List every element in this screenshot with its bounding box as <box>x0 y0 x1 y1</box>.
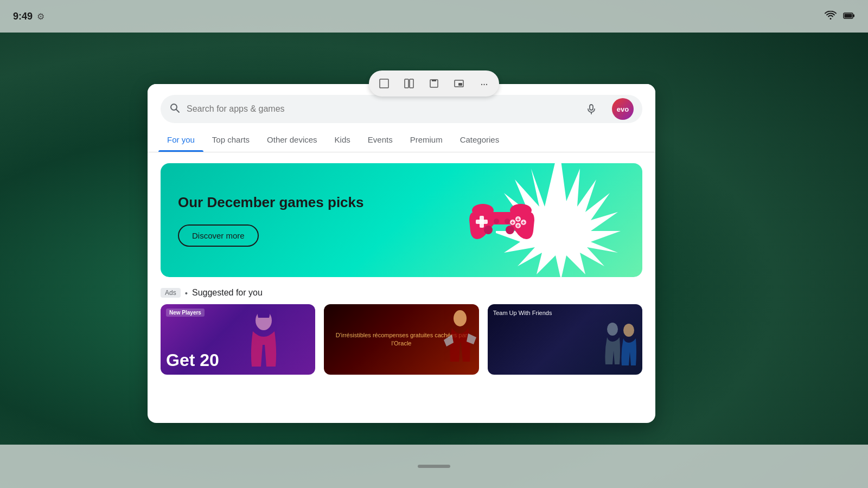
svg-point-33 <box>607 323 618 336</box>
svg-point-16 <box>510 204 532 217</box>
svg-point-28 <box>505 219 510 224</box>
window-chrome: ··· <box>369 70 499 97</box>
status-bar: 9:49 ⚙ <box>0 0 868 33</box>
taskbar <box>0 445 868 488</box>
tab-events[interactable]: Events <box>359 127 401 152</box>
svg-rect-1 <box>853 15 854 17</box>
tab-categories[interactable]: Categories <box>451 127 508 152</box>
new-players-badge: New Players <box>166 309 205 317</box>
app-card-genshin[interactable]: New Players Get 20 <box>161 304 315 375</box>
status-right <box>825 11 855 22</box>
svg-rect-5 <box>410 79 413 88</box>
play-store-window: evo For you Top charts Other devices Kid… <box>148 84 655 423</box>
tab-top-charts[interactable]: Top charts <box>203 127 258 152</box>
home-indicator[interactable] <box>418 465 450 468</box>
nav-tabs: For you Top charts Other devices Kids Ev… <box>148 127 655 152</box>
status-left: 9:49 ⚙ <box>13 11 44 22</box>
banner-text-area: Our December games picks Discover more <box>161 194 381 247</box>
svg-rect-2 <box>845 14 852 18</box>
user-avatar[interactable]: evo <box>612 98 634 120</box>
svg-point-34 <box>623 324 634 337</box>
svg-rect-4 <box>405 79 409 88</box>
app-card-samurai[interactable]: D'irrésistibles récompenses gratuites ca… <box>324 304 478 375</box>
chrome-pip-btn[interactable] <box>452 76 466 91</box>
dot-separator: • <box>185 288 188 298</box>
svg-rect-12 <box>590 105 593 110</box>
tab-premium[interactable]: Premium <box>401 127 451 152</box>
tab-other-devices[interactable]: Other devices <box>258 127 326 152</box>
promo-banner: Our December games picks Discover more <box>161 163 642 277</box>
svg-rect-7 <box>432 80 436 81</box>
mic-icon[interactable] <box>582 99 601 119</box>
discover-more-button[interactable]: Discover more <box>178 224 259 247</box>
search-input[interactable] <box>187 104 575 114</box>
status-time: 9:49 <box>13 11 33 22</box>
chrome-more-btn[interactable]: ··· <box>477 76 491 91</box>
svg-rect-18 <box>476 220 488 224</box>
get-label: Get 20 <box>166 350 219 370</box>
svg-rect-9 <box>458 83 462 86</box>
character-art <box>242 307 285 372</box>
card-team-text: Team Up With Friends <box>493 310 552 316</box>
warrior-art <box>444 307 476 373</box>
main-content: Our December games picks Discover more <box>148 152 655 423</box>
app-card-team[interactable]: Team Up With Friends <box>488 304 642 375</box>
battery-icon <box>843 11 855 21</box>
settings-icon[interactable]: ⚙ <box>37 11 44 22</box>
svg-point-15 <box>472 204 494 217</box>
chrome-fullscreen-btn[interactable] <box>377 76 391 91</box>
banner-title: Our December games picks <box>178 194 364 212</box>
svg-point-32 <box>454 310 467 326</box>
tab-for-you[interactable]: For you <box>158 127 203 152</box>
svg-text:+: + <box>516 223 520 229</box>
team-art <box>599 318 642 373</box>
svg-text:+: + <box>522 220 525 226</box>
svg-text:+: + <box>516 216 520 222</box>
gamepad-icon: + + + + <box>464 193 540 247</box>
ads-badge: Ads <box>161 288 181 298</box>
app-cards-row: New Players Get 20 D'irrésistibles récom… <box>161 304 642 375</box>
suggested-section-header: Ads • Suggested for you <box>161 288 642 298</box>
svg-text:+: + <box>511 220 514 226</box>
svg-rect-3 <box>380 79 388 88</box>
chrome-split-btn[interactable] <box>402 76 416 91</box>
banner-art: + + + + <box>378 163 642 277</box>
tab-kids[interactable]: Kids <box>326 127 359 152</box>
wifi-icon <box>825 11 837 22</box>
svg-point-29 <box>484 226 493 234</box>
chrome-window-btn[interactable] <box>427 76 441 91</box>
suggested-title: Suggested for you <box>192 288 263 298</box>
svg-line-11 <box>176 110 179 112</box>
search-icon <box>169 102 180 116</box>
svg-point-27 <box>494 219 499 224</box>
search-bar[interactable]: evo <box>161 95 642 123</box>
svg-point-30 <box>506 226 514 234</box>
